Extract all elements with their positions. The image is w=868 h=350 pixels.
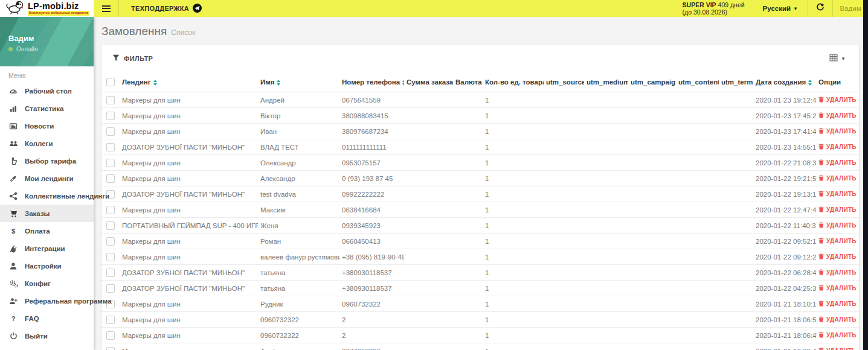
cart-icon (8, 209, 18, 218)
row-checkbox[interactable] (106, 347, 115, 350)
delete-button[interactable]: УДАЛИТЬ (818, 222, 857, 229)
delete-button[interactable]: УДАЛИТЬ (818, 112, 857, 119)
cell-name: Женя (258, 218, 339, 234)
cell-utm-content (719, 249, 753, 265)
cell-utm-content (719, 186, 753, 202)
cell-utm-source (544, 108, 584, 124)
sidebar-item-colleagues[interactable]: Коллеги (0, 135, 94, 152)
logo[interactable]: LP-mobi.biz Конструктор мобильных лендин… (0, 0, 94, 17)
main-content: ЗамовленняСписок ФИЛЬТР ▼ (94, 17, 868, 350)
filter-button[interactable]: ФИЛЬТР (112, 54, 153, 63)
cell-order-sum (404, 155, 453, 171)
cell-order-sum (404, 328, 453, 343)
cell-quantity: 1 (483, 139, 544, 155)
sidebar-item-orders[interactable]: Заказы (0, 205, 94, 222)
cell-landing: Маркеры для шин (120, 108, 258, 124)
page-title: ЗамовленняСписок (101, 25, 859, 38)
sidebar-item-referral[interactable]: Реферальная программа (0, 292, 94, 310)
columns-toggle-button[interactable]: ▼ (829, 53, 846, 64)
sidebar-item-faq[interactable]: ? FAQ (0, 310, 94, 327)
sidebar-item-my-landings[interactable]: Мои лендинги (0, 170, 94, 187)
row-checkbox[interactable] (106, 96, 115, 104)
sidebar-item-settings[interactable]: Настройки (0, 257, 94, 275)
cell-created: 2020-01-23 17:41:43 (753, 124, 816, 139)
sidebar-item-payment[interactable]: $ Оплата (0, 222, 94, 240)
cell-utm-content (719, 296, 753, 312)
row-checkbox[interactable] (106, 316, 115, 324)
topbar-main: ТЕХПОДДЕРЖКА SUPER VIP 409 дней (до 30.0… (94, 0, 868, 17)
cell-utm-term (676, 186, 719, 202)
sidebar-item-news[interactable]: Новости (0, 117, 94, 135)
cell-utm-campaign (628, 343, 676, 350)
cell-utm-campaign (628, 249, 676, 265)
sidebar-item-statistics[interactable]: Статистика (0, 100, 94, 117)
cell-currency (453, 108, 483, 124)
cell-utm-source (544, 328, 584, 343)
cell-created: 2020-01-21 18:10:16 (753, 296, 816, 312)
cell-name: Олександр (258, 155, 339, 171)
row-checkbox[interactable] (106, 269, 115, 277)
delete-button[interactable]: УДАЛИТЬ (818, 269, 857, 276)
tech-support-button[interactable]: ТЕХПОДДЕРЖКА (131, 0, 202, 17)
cell-landing: ДОЗАТОР ЗУБНОЇ ПАСТИ "МИНЬОН" (120, 281, 258, 296)
cell-order-sum (404, 312, 453, 328)
delete-button[interactable]: УДАЛИТЬ (818, 332, 857, 339)
row-checkbox[interactable] (106, 284, 115, 293)
sidebar-toggle-button[interactable] (94, 0, 118, 17)
cell-utm-content (719, 312, 753, 328)
cell-utm-term (676, 155, 719, 171)
delete-button[interactable]: УДАЛИТЬ (818, 97, 857, 104)
delete-button[interactable]: УДАЛИТЬ (818, 191, 857, 198)
table-row: Маркеры для шин 0960732322 2 1 2020-01- (101, 328, 859, 343)
delete-button[interactable]: УДАЛИТЬ (818, 144, 857, 151)
row-checkbox[interactable] (106, 221, 115, 230)
row-checkbox[interactable] (106, 253, 115, 261)
delete-button[interactable]: УДАЛИТЬ (818, 316, 857, 323)
column-header-landing[interactable]: Лендинг (120, 72, 258, 92)
sidebar-item-dashboard[interactable]: Рабочий стол (0, 82, 94, 100)
row-checkbox[interactable] (106, 112, 115, 120)
cell-name: татьяна (258, 281, 339, 296)
delete-button[interactable]: УДАЛИТЬ (818, 238, 857, 245)
delete-button[interactable]: УДАЛИТЬ (818, 128, 857, 135)
cell-utm-source (544, 171, 584, 186)
column-header-phone[interactable]: Номер телефона (339, 72, 404, 92)
row-checkbox[interactable] (106, 127, 115, 136)
cell-utm-source (544, 234, 584, 249)
sort-icon (277, 80, 280, 86)
delete-button[interactable]: УДАЛИТЬ (818, 285, 857, 292)
delete-button[interactable]: УДАЛИТЬ (818, 348, 857, 350)
funnel-icon (112, 54, 120, 63)
cell-utm-campaign (628, 186, 676, 202)
row-checkbox[interactable] (106, 159, 115, 167)
cell-currency (453, 186, 483, 202)
row-checkbox[interactable] (106, 143, 115, 151)
sidebar-item-tariff[interactable]: Выбор тарифа (0, 152, 94, 170)
column-header-name[interactable]: Имя (258, 72, 339, 92)
row-checkbox[interactable] (106, 331, 115, 340)
cell-order-sum (404, 108, 453, 124)
select-all-checkbox[interactable] (106, 78, 115, 86)
sidebar-item-collective-landings[interactable]: Коллективные лендинги (0, 187, 94, 205)
language-selector[interactable]: Русский ▼ (753, 0, 808, 17)
cell-quantity: 1 (483, 186, 544, 202)
logo-title: LP-mobi.biz (28, 2, 89, 11)
column-header-created[interactable]: Дата создания (753, 72, 816, 92)
delete-button[interactable]: УДАЛИТЬ (818, 175, 857, 182)
gears-icon (8, 279, 18, 288)
refresh-button[interactable] (808, 0, 832, 17)
delete-button[interactable]: УДАЛИТЬ (818, 253, 857, 261)
sidebar-item-integrations[interactable]: Интеграции (0, 240, 94, 257)
delete-button[interactable]: УДАЛИТЬ (818, 159, 857, 167)
sidebar-item-config[interactable]: Конфиг (0, 275, 94, 292)
cell-utm-medium (584, 281, 628, 296)
orders-card: ФИЛЬТР ▼ (101, 45, 859, 350)
row-checkbox[interactable] (106, 206, 115, 214)
share-icon (8, 192, 18, 200)
delete-button[interactable]: УДАЛИТЬ (818, 301, 857, 308)
cell-name: татьяна (258, 265, 339, 281)
delete-button[interactable]: УДАЛИТЬ (818, 206, 857, 214)
sidebar-item-logout[interactable]: Выйти (0, 327, 94, 345)
row-checkbox[interactable] (106, 174, 115, 183)
row-checkbox[interactable] (106, 237, 115, 246)
